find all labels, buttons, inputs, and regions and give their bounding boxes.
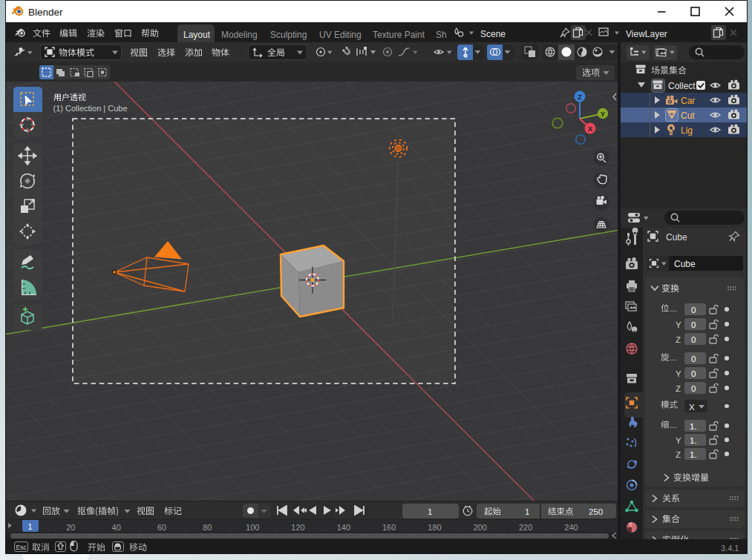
svg-text:X: X (588, 125, 593, 133)
svg-text:Z: Z (578, 93, 582, 101)
svg-text:Y: Y (601, 110, 606, 118)
